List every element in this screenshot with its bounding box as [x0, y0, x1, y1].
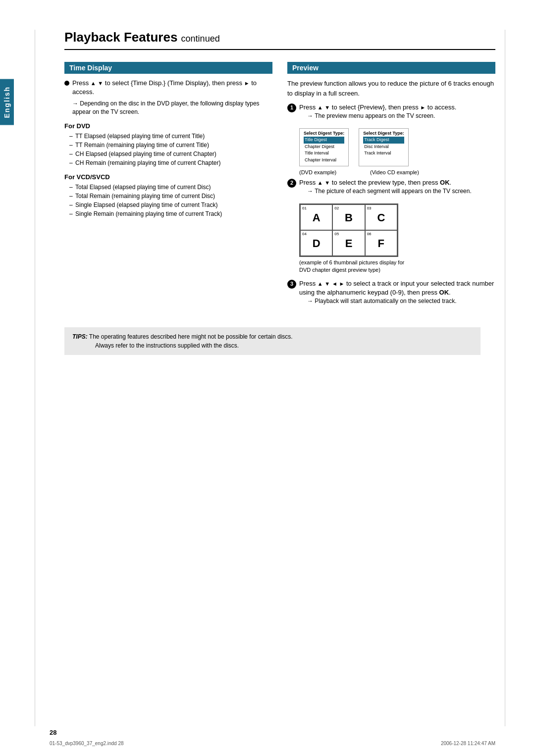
step-number-1: 1 — [287, 103, 296, 112]
page: English Playback Features continued Time… — [0, 0, 535, 756]
dvd-table: Select Digest Type: Title Digest Chapter… — [299, 128, 349, 166]
thumb-caption: (example of 6 thumbnail pictures display… — [299, 259, 495, 274]
list-item: CH Elapsed (elapsed playing time of curr… — [69, 150, 272, 158]
page-title: Playback Features continued — [64, 30, 495, 50]
vcd-table: Select Digest Type: Track Digest Disc In… — [359, 128, 408, 166]
thumbnail-grid: 01A 02B 03C 04D 05E 06F — [299, 203, 398, 257]
footer-info: 01-53_dvp3960_37_eng2.indd 28 2006-12-28… — [50, 741, 495, 746]
preview-section: Preview The preview function allows you … — [287, 62, 495, 312]
step2-arrow: The picture of each segment will appears… — [307, 187, 495, 196]
preview-header: Preview — [287, 62, 495, 74]
main-columns: Time Display Press ▲ ▼ to select {Time D… — [64, 62, 495, 312]
step1-arrow: The preview menu appears on the TV scree… — [307, 112, 495, 120]
time-display-arrow1: Depending on the disc in the DVD player,… — [72, 100, 272, 116]
english-tab: English — [0, 79, 14, 125]
dvd-list: TT Elapsed (elapsed playing time of curr… — [69, 132, 272, 167]
list-item: TT Elapsed (elapsed playing time of curr… — [69, 132, 272, 141]
list-item: Total Remain (remaining playing time of … — [69, 192, 272, 201]
list-item: CH Remain (remaining playing time of cur… — [69, 158, 272, 167]
thumb-cell-e: 05E — [332, 230, 365, 256]
for-vcd-label: For VCD/SVCD — [64, 173, 272, 181]
thumb-cell-a: 01A — [300, 204, 332, 230]
time-display-step1: Press ▲ ▼ to select {Time Disp.} (Time D… — [64, 79, 272, 97]
preview-intro: The preview function allows you to reduc… — [287, 79, 495, 98]
time-display-section: Time Display Press ▲ ▼ to select {Time D… — [64, 62, 272, 312]
list-item: TT Remain (remaining playing time of cur… — [69, 141, 272, 150]
vline-right — [505, 30, 505, 726]
list-item: Single Elapsed (elapsed playing time of … — [69, 201, 272, 209]
bullet-icon — [64, 81, 69, 86]
thumb-cell-c: 03C — [365, 204, 397, 230]
tips-box: TIPS: The operating features described h… — [64, 327, 481, 355]
footer-right: 2006-12-28 11:24:47 AM — [441, 741, 495, 746]
preview-step3: 3 Press ▲ ▼ ◄ ► to select a track or inp… — [287, 279, 495, 308]
step-number-3: 3 — [287, 280, 296, 289]
preview-tables: Select Digest Type: Title Digest Chapter… — [299, 128, 495, 166]
list-item: Single Remain (remaining playing time of… — [69, 209, 272, 218]
page-number: 28 — [50, 729, 56, 736]
step-number-2: 2 — [287, 179, 296, 188]
time-display-header: Time Display — [64, 62, 272, 74]
vcd-list: Total Elapsed (elapsed playing time of c… — [69, 183, 272, 218]
list-item: Total Elapsed (elapsed playing time of c… — [69, 183, 272, 192]
preview-step1: 1 Press ▲ ▼ to select {Preview}, then pr… — [287, 103, 495, 123]
step3-arrow: Playback will start automatically on the… — [307, 297, 495, 305]
preview-step2: 2 Press ▲ ▼ to select the preview type, … — [287, 178, 495, 199]
thumb-cell-b: 02B — [332, 204, 365, 230]
thumb-cell-f: 06F — [365, 230, 397, 256]
for-dvd-label: For DVD — [64, 122, 272, 130]
footer-left: 01-53_dvp3960_37_eng2.indd 28 — [50, 741, 124, 746]
thumb-cell-d: 04D — [300, 230, 332, 256]
preview-table-captions: (DVD example) (Video CD example) — [299, 169, 495, 175]
vline-left — [35, 30, 35, 726]
